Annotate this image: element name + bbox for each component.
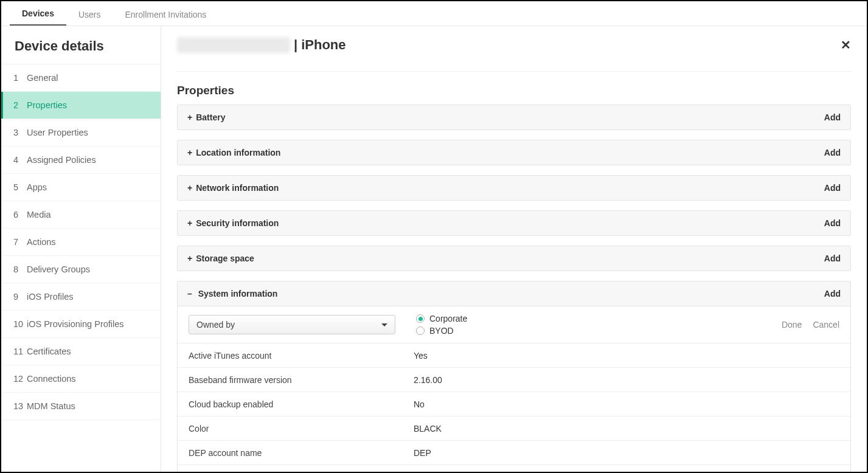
- accordion-header[interactable]: +Storage spaceAdd: [178, 246, 850, 271]
- accordion-title: Location information: [196, 148, 280, 157]
- edit-actions: Done Cancel: [718, 320, 839, 330]
- sidebar-item-label: iOS Provisioning Profiles: [27, 319, 124, 329]
- sidebar-item-mdm-status[interactable]: 13MDM Status: [1, 393, 161, 420]
- main-region: Device details 1General2Properties3User …: [1, 26, 867, 472]
- done-link[interactable]: Done: [782, 320, 802, 330]
- add-link[interactable]: Add: [824, 289, 841, 299]
- tab-enrollment-invitations[interactable]: Enrollment Invitations: [113, 4, 219, 26]
- property-row: Baseband firmware version2.16.00: [178, 368, 850, 392]
- sidebar-item-number: 11: [13, 347, 27, 356]
- sidebar-item-ios-profiles[interactable]: 9iOS Profiles: [1, 283, 161, 311]
- owned-by-select[interactable]: Owned by: [189, 315, 395, 334]
- sidebar-item-label: Assigned Policies: [27, 155, 96, 165]
- sidebar-item-ios-provisioning-profiles[interactable]: 10iOS Provisioning Profiles: [1, 311, 161, 338]
- sidebar-item-media[interactable]: 6Media: [1, 201, 161, 229]
- page-header: | iPhone ✕: [177, 37, 851, 72]
- sidebar-item-connections[interactable]: 12Connections: [1, 365, 161, 393]
- accordion-location-information: +Location informationAdd: [177, 140, 851, 165]
- accordion-header[interactable]: +Location informationAdd: [178, 140, 850, 165]
- device-type-label: iPhone: [301, 37, 345, 53]
- title-separator: |: [294, 37, 297, 53]
- page-title: | iPhone: [177, 37, 346, 53]
- accordion-header[interactable]: +BatteryAdd: [178, 105, 850, 129]
- add-link[interactable]: Add: [824, 254, 841, 263]
- sidebar-item-number: 6: [13, 210, 27, 219]
- accordion-title: Battery: [196, 112, 225, 122]
- accordion-battery: +BatteryAdd: [177, 105, 851, 130]
- properties-heading: Properties: [177, 84, 851, 97]
- expand-icon: +: [187, 183, 192, 193]
- accordion-storage-space: +Storage spaceAdd: [177, 246, 851, 271]
- expand-icon: +: [187, 112, 192, 122]
- device-name-redacted: [177, 37, 290, 53]
- sidebar-item-number: 8: [13, 264, 27, 274]
- sidebar-item-number: 9: [13, 292, 27, 302]
- property-row: DEP account nameDEP: [178, 441, 850, 465]
- accordion-security-information: +Security informationAdd: [177, 210, 851, 236]
- sidebar-item-properties[interactable]: 2Properties: [1, 92, 161, 119]
- radio-corporate[interactable]: Corporate: [416, 314, 718, 323]
- accordion-header-system-information[interactable]: – System information Add: [178, 281, 850, 306]
- property-value: No: [414, 399, 718, 409]
- accordion-title: System information: [198, 289, 278, 299]
- radio-byod[interactable]: BYOD: [416, 326, 718, 336]
- sidebar-item-number: 1: [13, 73, 27, 83]
- sidebar-item-actions[interactable]: 7Actions: [1, 229, 161, 256]
- sidebar-item-label: Connections: [27, 374, 76, 384]
- sidebar-item-label: General: [27, 73, 58, 83]
- sidebar-item-label: Properties: [27, 100, 67, 110]
- add-link[interactable]: Add: [824, 183, 841, 193]
- content-area: | iPhone ✕ Properties +BatteryAdd+Locati…: [161, 26, 867, 472]
- sidebar-item-number: 2: [13, 100, 27, 110]
- property-row: Active iTunes accountYes: [178, 344, 850, 368]
- sidebar: Device details 1General2Properties3User …: [1, 26, 161, 472]
- cancel-link[interactable]: Cancel: [813, 320, 839, 330]
- close-icon[interactable]: ✕: [841, 39, 851, 51]
- accordion-title: Security information: [196, 218, 279, 228]
- property-label: Color: [189, 424, 414, 433]
- sidebar-item-label: User Properties: [27, 128, 88, 137]
- sidebar-item-label: Actions: [27, 237, 56, 247]
- sidebar-item-number: 12: [13, 374, 27, 384]
- sidebar-item-certificates[interactable]: 11Certificates: [1, 338, 161, 365]
- sidebar-title: Device details: [1, 26, 161, 64]
- sidebar-item-label: Apps: [27, 182, 47, 192]
- property-label: Active iTunes account: [189, 351, 414, 361]
- radio-label: BYOD: [429, 326, 454, 336]
- sidebar-item-general[interactable]: 1General: [1, 64, 161, 92]
- property-value: Yes: [414, 351, 718, 361]
- top-tabs: Devices Users Enrollment Invitations: [1, 1, 867, 26]
- add-link[interactable]: Add: [824, 112, 841, 122]
- sidebar-item-assigned-policies[interactable]: 4Assigned Policies: [1, 147, 161, 174]
- accordion-system-information: – System information Add Owned by: [177, 281, 851, 472]
- property-row: DEP profile assigned01/08/2017 06:47:15: [178, 465, 850, 472]
- add-link[interactable]: Add: [824, 148, 841, 157]
- accordion-title: Network information: [196, 183, 279, 193]
- property-value: DEP: [414, 448, 718, 458]
- accordion-header[interactable]: +Security informationAdd: [178, 211, 850, 235]
- sidebar-item-label: Certificates: [27, 347, 71, 356]
- tab-users[interactable]: Users: [66, 4, 113, 26]
- sidebar-item-label: Delivery Groups: [27, 264, 90, 274]
- collapse-icon: –: [187, 289, 192, 299]
- owned-by-row: Owned by Corporate BYOD: [178, 306, 850, 344]
- accordion-header[interactable]: +Network informationAdd: [178, 176, 850, 200]
- accordion-body-system-information: Owned by Corporate BYOD: [178, 306, 850, 472]
- property-row: Cloud backup enabledNo: [178, 392, 850, 416]
- add-link[interactable]: Add: [824, 218, 841, 228]
- sidebar-item-label: MDM Status: [27, 401, 75, 411]
- sidebar-item-user-properties[interactable]: 3User Properties: [1, 119, 161, 147]
- radio-icon: [416, 326, 425, 335]
- sidebar-item-delivery-groups[interactable]: 8Delivery Groups: [1, 256, 161, 283]
- chevron-down-icon: [381, 323, 387, 326]
- tab-devices[interactable]: Devices: [10, 2, 66, 26]
- property-value: BLACK: [414, 424, 718, 433]
- expand-icon: +: [187, 254, 192, 263]
- sidebar-item-apps[interactable]: 5Apps: [1, 174, 161, 201]
- sidebar-item-label: Media: [27, 210, 51, 219]
- sidebar-item-number: 5: [13, 182, 27, 192]
- owned-by-select-label: Owned by: [196, 320, 235, 330]
- sidebar-item-number: 13: [13, 401, 27, 411]
- sidebar-item-number: 10: [13, 319, 27, 329]
- expand-icon: +: [187, 148, 192, 157]
